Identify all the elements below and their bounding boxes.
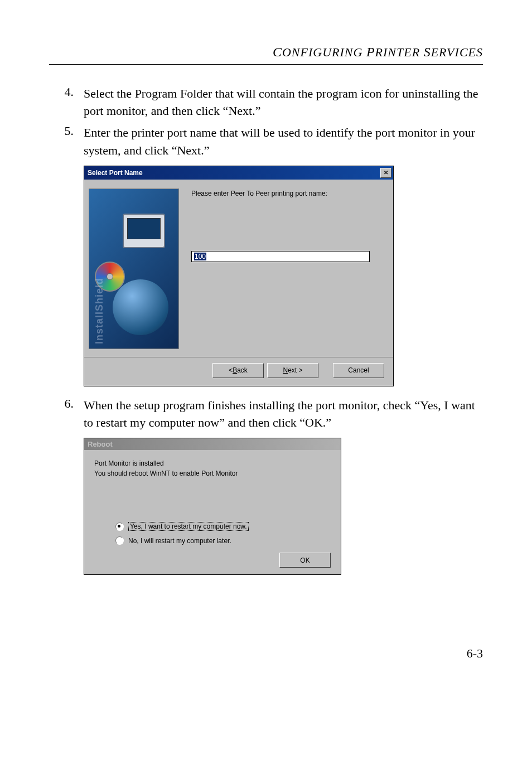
radio-yes[interactable] <box>115 523 124 531</box>
page-header: CONFIGURING PRINTER SERVICES <box>49 45 483 60</box>
installer-graphic: InstallShield <box>89 188 179 349</box>
back-prefix: < <box>229 366 233 374</box>
globe-icon <box>113 279 168 335</box>
header-rule <box>49 64 483 65</box>
next-mnemonic: N <box>283 366 288 374</box>
select-port-name-dialog: Select Port Name ✕ InstallShield Please … <box>84 166 394 386</box>
installshield-watermark: InstallShield <box>94 278 105 344</box>
monitor-icon <box>123 214 165 248</box>
next-button[interactable]: Next > <box>267 363 318 378</box>
close-icon: ✕ <box>384 170 388 176</box>
step-number-5: 5. <box>49 124 84 158</box>
page-number: 6-3 <box>49 646 483 661</box>
back-mnemonic: B <box>233 366 237 374</box>
radio-yes-row[interactable]: Yes, I want to restart my computer now. <box>115 522 331 531</box>
reboot-message: Port Monitor is installed You should reb… <box>94 459 331 478</box>
step-text-4: Select the Program Folder that will cont… <box>84 85 483 119</box>
reboot-dialog: Reboot Port Monitor is installed You sho… <box>84 438 341 575</box>
step-text-5: Enter the printer port name that will be… <box>84 124 483 158</box>
back-button[interactable]: < Back <box>212 363 264 378</box>
radio-no-row[interactable]: No, I will restart my computer later. <box>115 536 331 545</box>
dialog-title: Select Port Name <box>88 169 143 177</box>
step-text-6: When the setup program finishes installi… <box>84 396 483 431</box>
reboot-title: Reboot <box>88 440 113 448</box>
ok-button[interactable]: OK <box>279 553 331 568</box>
port-name-input[interactable]: 100 <box>191 251 370 262</box>
radio-no[interactable] <box>115 536 124 545</box>
cancel-button[interactable]: Cancel <box>333 363 384 378</box>
next-suffix: ext > <box>288 366 302 374</box>
reboot-titlebar[interactable]: Reboot <box>84 438 341 450</box>
back-suffix: ack <box>237 366 248 374</box>
step-number-6: 6. <box>49 396 84 431</box>
close-button[interactable]: ✕ <box>380 168 391 178</box>
dialog-titlebar[interactable]: Select Port Name ✕ <box>84 166 393 180</box>
radio-no-label: No, I will restart my computer later. <box>128 537 231 545</box>
radio-yes-label: Yes, I want to restart my computer now. <box>128 522 249 531</box>
port-name-prompt: Please enter Peer To Peer printing port … <box>191 190 382 197</box>
step-number-4: 4. <box>49 85 84 119</box>
